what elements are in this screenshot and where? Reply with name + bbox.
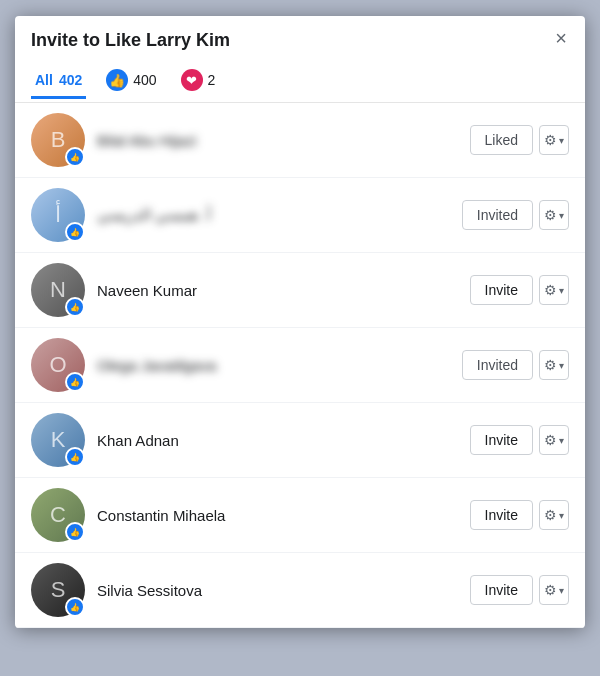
avatar-wrap: O👍: [31, 338, 85, 392]
chevron-down-icon: ▾: [559, 510, 564, 521]
gear-icon: ⚙: [544, 282, 557, 298]
action-button-liked[interactable]: Liked: [470, 125, 533, 155]
person-row: B👍Bilal Abu HijaziLiked⚙▾: [15, 103, 585, 178]
gear-dropdown-button[interactable]: ⚙▾: [539, 350, 569, 380]
tabs-row: All 402 👍 400 ❤ 2: [31, 61, 569, 102]
chevron-down-icon: ▾: [559, 435, 564, 446]
action-button-invited[interactable]: Invited: [462, 350, 533, 380]
avatar-like-badge: 👍: [65, 597, 85, 617]
avatar-wrap: C👍: [31, 488, 85, 542]
person-name: Constantin Mihaela: [97, 507, 458, 524]
chevron-down-icon: ▾: [559, 360, 564, 371]
like-icon: 👍: [106, 69, 128, 91]
chevron-down-icon: ▾: [559, 285, 564, 296]
action-area: Invited⚙▾: [462, 200, 569, 230]
modal-header: Invite to Like Larry Kim × All 402 👍 400…: [15, 16, 585, 103]
avatar-like-badge: 👍: [65, 222, 85, 242]
chevron-down-icon: ▾: [559, 135, 564, 146]
action-area: Invite⚙▾: [470, 425, 569, 455]
tab-hearts[interactable]: ❤ 2: [177, 61, 220, 102]
gear-icon: ⚙: [544, 132, 557, 148]
modal-backdrop: Invite to Like Larry Kim × All 402 👍 400…: [10, 8, 590, 668]
gear-icon: ⚙: [544, 582, 557, 598]
action-button-invited[interactable]: Invited: [462, 200, 533, 230]
avatar-like-badge: 👍: [65, 447, 85, 467]
action-area: Invite⚙▾: [470, 575, 569, 605]
person-name: Silvia Sessitova: [97, 582, 458, 599]
close-button[interactable]: ×: [549, 26, 573, 50]
avatar-like-badge: 👍: [65, 297, 85, 317]
action-button-invite[interactable]: Invite: [470, 500, 533, 530]
tab-all-count: 402: [59, 72, 82, 88]
person-name: Khan Adnan: [97, 432, 458, 449]
gear-dropdown-button[interactable]: ⚙▾: [539, 425, 569, 455]
gear-icon: ⚙: [544, 357, 557, 373]
invite-modal: Invite to Like Larry Kim × All 402 👍 400…: [15, 16, 585, 628]
gear-dropdown-button[interactable]: ⚙▾: [539, 500, 569, 530]
gear-dropdown-button[interactable]: ⚙▾: [539, 575, 569, 605]
chevron-down-icon: ▾: [559, 210, 564, 221]
person-name: Naveen Kumar: [97, 282, 458, 299]
person-name: Olega Javatilgava: [97, 357, 450, 374]
avatar-wrap: B👍: [31, 113, 85, 167]
gear-icon: ⚙: [544, 507, 557, 523]
like-count: 400: [133, 72, 156, 88]
person-name: أ. همسي الدريسي: [97, 206, 450, 224]
action-area: Invite⚙▾: [470, 275, 569, 305]
avatar-like-badge: 👍: [65, 147, 85, 167]
tab-likes[interactable]: 👍 400: [102, 61, 160, 102]
avatar-wrap: N👍: [31, 263, 85, 317]
action-area: Invited⚙▾: [462, 350, 569, 380]
tab-all-label: All: [35, 72, 53, 88]
person-name: Bilal Abu Hijazi: [97, 132, 458, 149]
gear-dropdown-button[interactable]: ⚙▾: [539, 275, 569, 305]
gear-dropdown-button[interactable]: ⚙▾: [539, 125, 569, 155]
chevron-down-icon: ▾: [559, 585, 564, 596]
action-button-invite[interactable]: Invite: [470, 575, 533, 605]
avatar-wrap: S👍: [31, 563, 85, 617]
person-row: أ👍أ. همسي الدريسيInvited⚙▾: [15, 178, 585, 253]
heart-icon: ❤: [181, 69, 203, 91]
person-row: K👍Khan AdnanInvite⚙▾: [15, 403, 585, 478]
action-button-invite[interactable]: Invite: [470, 275, 533, 305]
gear-dropdown-button[interactable]: ⚙▾: [539, 200, 569, 230]
action-area: Invite⚙▾: [470, 500, 569, 530]
heart-count: 2: [208, 72, 216, 88]
action-area: Liked⚙▾: [470, 125, 569, 155]
avatar-wrap: K👍: [31, 413, 85, 467]
avatar-wrap: أ👍: [31, 188, 85, 242]
person-row: O👍Olega JavatilgavaInvited⚙▾: [15, 328, 585, 403]
gear-icon: ⚙: [544, 207, 557, 223]
tab-all[interactable]: All 402: [31, 64, 86, 99]
avatar-like-badge: 👍: [65, 372, 85, 392]
gear-icon: ⚙: [544, 432, 557, 448]
people-list: B👍Bilal Abu HijaziLiked⚙▾أ👍أ. همسي الدري…: [15, 103, 585, 628]
avatar-like-badge: 👍: [65, 522, 85, 542]
action-button-invite[interactable]: Invite: [470, 425, 533, 455]
person-row: C👍Constantin MihaelaInvite⚙▾: [15, 478, 585, 553]
person-row: N👍Naveen KumarInvite⚙▾: [15, 253, 585, 328]
modal-title: Invite to Like Larry Kim: [31, 30, 569, 51]
person-row: S👍Silvia SessitovaInvite⚙▾: [15, 553, 585, 628]
